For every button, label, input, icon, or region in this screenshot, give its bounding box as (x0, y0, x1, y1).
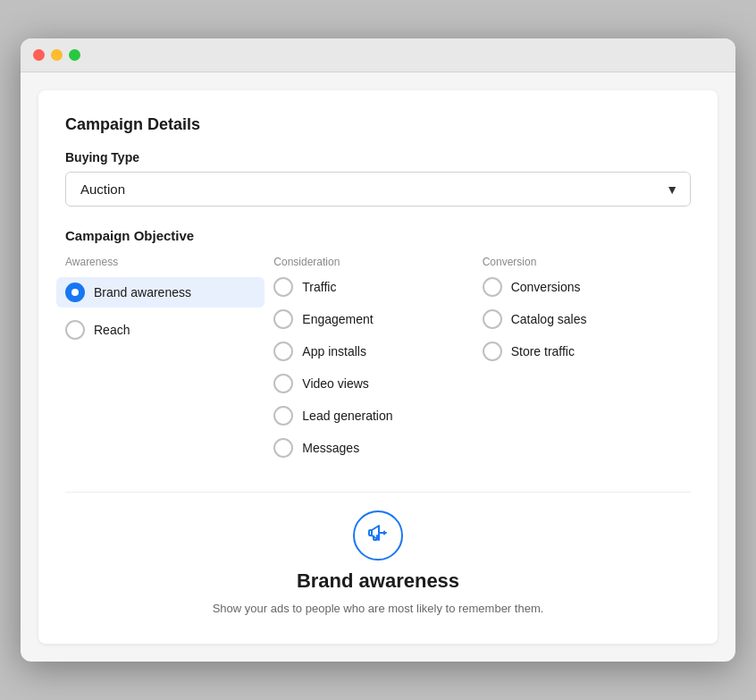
buying-type-select[interactable]: Auction Reach & Frequency (65, 172, 691, 207)
option-lead-generation[interactable]: Lead generation (273, 406, 482, 426)
radio-traffic[interactable] (273, 277, 293, 297)
buying-type-label: Buying Type (65, 150, 691, 164)
radio-messages[interactable] (273, 438, 293, 458)
brand-awareness-label: Brand awareness (94, 285, 191, 299)
radio-catalog-sales[interactable] (483, 309, 502, 329)
campaign-objective-label: Campaign Objective (65, 228, 691, 243)
video-views-label: Video views (302, 376, 368, 391)
preview-title: Brand awareness (297, 569, 459, 593)
option-reach[interactable]: Reach (65, 320, 273, 340)
radio-brand-awareness[interactable] (65, 283, 85, 302)
awareness-header: Awareness (65, 256, 273, 268)
preview-description: Show your ads to people who are most lik… (213, 602, 544, 615)
conversion-header: Conversion (483, 256, 691, 268)
form-content: Campaign Details Buying Type Auction Rea… (38, 90, 718, 644)
option-app-installs[interactable]: App installs (273, 342, 482, 361)
app-installs-label: App installs (302, 344, 366, 358)
radio-conversions[interactable] (483, 277, 502, 297)
radio-store-traffic[interactable] (483, 342, 502, 361)
section-title: Campaign Details (65, 115, 691, 134)
awareness-column: Awareness Brand awareness Reach (65, 256, 273, 470)
consideration-header: Consideration (273, 256, 482, 268)
megaphone-icon (367, 522, 389, 549)
radio-lead-generation[interactable] (273, 406, 293, 426)
catalog-sales-label: Catalog sales (511, 312, 587, 326)
buying-type-wrapper: Auction Reach & Frequency ▼ (65, 172, 691, 207)
radio-video-views[interactable] (273, 374, 293, 393)
titlebar (21, 38, 735, 72)
close-button[interactable] (33, 49, 45, 61)
maximize-button[interactable] (69, 49, 80, 61)
divider (65, 492, 691, 493)
radio-engagement[interactable] (273, 309, 293, 329)
objectives-grid: Awareness Brand awareness Reach Consider… (65, 256, 691, 470)
conversions-label: Conversions (511, 280, 581, 294)
minimize-button[interactable] (51, 49, 63, 61)
option-brand-awareness[interactable]: Brand awareness (56, 277, 265, 308)
consideration-column: Consideration Traffic Engagement App ins… (273, 256, 482, 470)
preview-section: Brand awareness Show your ads to people … (65, 510, 691, 615)
option-conversions[interactable]: Conversions (483, 277, 691, 297)
preview-icon-circle (353, 510, 403, 561)
traffic-lights (33, 49, 80, 61)
store-traffic-label: Store traffic (511, 344, 575, 358)
app-window: Campaign Details Buying Type Auction Rea… (21, 38, 735, 662)
reach-label: Reach (94, 323, 130, 337)
option-catalog-sales[interactable]: Catalog sales (483, 309, 691, 329)
radio-reach[interactable] (65, 320, 85, 340)
lead-generation-label: Lead generation (302, 409, 392, 423)
radio-app-installs[interactable] (273, 342, 293, 361)
conversion-column: Conversion Conversions Catalog sales Sto… (483, 256, 691, 470)
option-engagement[interactable]: Engagement (273, 309, 482, 329)
option-messages[interactable]: Messages (273, 438, 482, 458)
engagement-label: Engagement (302, 312, 373, 326)
traffic-label: Traffic (302, 280, 336, 294)
messages-label: Messages (302, 441, 359, 455)
option-traffic[interactable]: Traffic (273, 277, 482, 297)
option-store-traffic[interactable]: Store traffic (483, 342, 691, 361)
option-video-views[interactable]: Video views (273, 374, 482, 393)
